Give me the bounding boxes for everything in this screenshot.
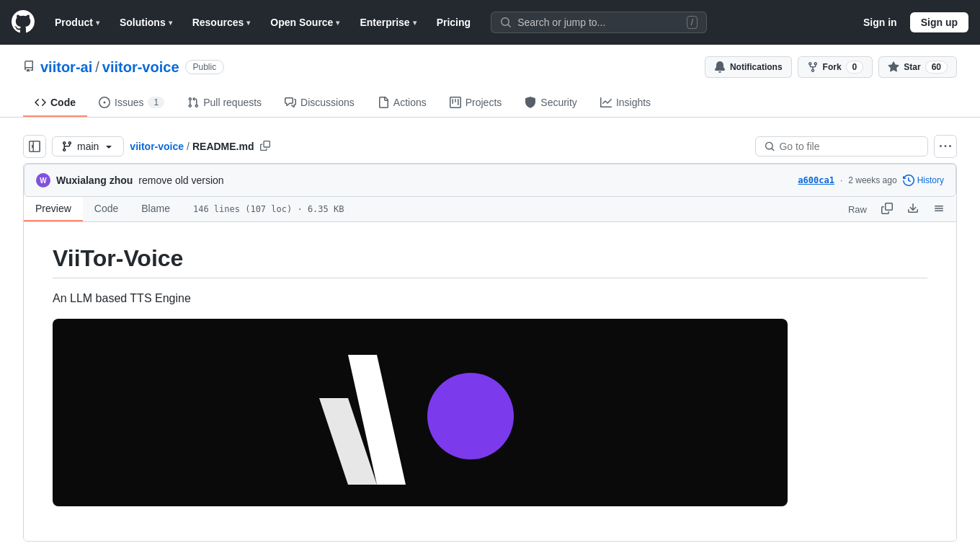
sign-up-button[interactable]: Sign up xyxy=(910,12,968,32)
nav-right-actions: Sign in Sign up xyxy=(856,12,968,32)
raw-button[interactable]: Raw xyxy=(842,201,873,218)
search-placeholder-text: Search or jump to... xyxy=(517,17,681,28)
tab-pr-label: Pull requests xyxy=(203,97,262,108)
branch-name: main xyxy=(77,141,99,152)
nav-product[interactable]: Product ▾ xyxy=(46,11,108,34)
commit-sha-link[interactable]: a600ca1 xyxy=(798,175,834,185)
search-icon xyxy=(500,17,512,28)
repo-action-buttons: Notifications Fork 0 Star 60 xyxy=(705,56,957,78)
sign-in-button[interactable]: Sign in xyxy=(856,13,904,32)
tab-issues[interactable]: Issues 1 xyxy=(87,89,176,117)
projects-icon xyxy=(450,97,461,108)
commit-info-right: a600ca1 · 2 weeks ago History xyxy=(798,175,944,186)
repo-owner-link[interactable]: viitor-ai xyxy=(40,59,92,76)
tab-insights[interactable]: Insights xyxy=(589,89,662,117)
nav-resources[interactable]: Resources ▾ xyxy=(184,11,259,34)
breadcrumb-repo-link[interactable]: viitor-voice xyxy=(130,141,184,152)
tab-code[interactable]: Code xyxy=(23,89,87,117)
commit-dot-separator: · xyxy=(840,175,842,185)
sidebar-toggle-button[interactable] xyxy=(23,135,46,158)
outline-button[interactable] xyxy=(927,200,950,219)
top-navigation: Product ▾ Solutions ▾ Resources ▾ Open S… xyxy=(0,0,980,45)
preview-tab-button[interactable]: Preview xyxy=(24,197,83,221)
github-logo[interactable] xyxy=(12,10,35,35)
file-search-box[interactable] xyxy=(755,136,928,157)
tab-code-label: Code xyxy=(50,97,76,108)
tab-discussions[interactable]: Discussions xyxy=(273,89,366,117)
file-nav-row: main viitor-voice / README.md xyxy=(23,135,957,158)
notifications-label: Notifications xyxy=(730,62,783,72)
tab-projects-label: Projects xyxy=(466,97,502,108)
fork-button[interactable]: Fork 0 xyxy=(798,56,873,78)
nav-enterprise[interactable]: Enterprise ▾ xyxy=(351,11,424,34)
nav-solutions[interactable]: Solutions ▾ xyxy=(111,11,181,34)
file-content-box: W Wuxialang zhou remove old version a600… xyxy=(23,163,957,542)
security-icon xyxy=(525,97,536,108)
nav-pricing[interactable]: Pricing xyxy=(428,11,479,34)
code-icon xyxy=(35,97,46,108)
repo-header: viitor-ai / viitor-voice Public Notifica… xyxy=(0,45,980,118)
commit-author-name[interactable]: Wuxialang zhou xyxy=(56,175,133,186)
issues-icon xyxy=(99,97,110,108)
tab-security-label: Security xyxy=(540,97,577,108)
file-search-input[interactable] xyxy=(779,141,919,152)
actions-icon xyxy=(378,97,389,108)
notifications-button[interactable]: Notifications xyxy=(705,56,792,78)
insights-icon xyxy=(600,97,612,108)
solutions-chevron-icon: ▾ xyxy=(169,19,172,27)
branch-chevron-icon xyxy=(103,141,115,152)
top-nav-links: Product ▾ Solutions ▾ Resources ▾ Open S… xyxy=(46,11,479,34)
tab-actions[interactable]: Actions xyxy=(366,89,438,117)
file-search-icon xyxy=(765,141,775,152)
commit-info-row: W Wuxialang zhou remove old version a600… xyxy=(24,164,956,197)
nav-open-source[interactable]: Open Source ▾ xyxy=(262,11,348,34)
file-toolbar: Preview Code Blame 146 lines (107 loc) ·… xyxy=(24,197,956,222)
branch-icon xyxy=(61,141,73,152)
enterprise-chevron-icon: ▾ xyxy=(413,19,416,27)
repo-visibility-badge: Public xyxy=(185,60,225,74)
bell-icon xyxy=(714,61,726,73)
download-button[interactable] xyxy=(901,200,925,219)
repo-path: viitor-ai / viitor-voice xyxy=(40,59,179,76)
pr-icon xyxy=(187,97,199,108)
discussions-icon xyxy=(285,97,296,108)
readme-logo-image xyxy=(53,319,788,506)
branch-selector[interactable]: main xyxy=(52,136,124,157)
search-area[interactable]: Search or jump to... / xyxy=(491,12,707,33)
star-icon xyxy=(888,61,899,73)
history-label: History xyxy=(917,175,944,185)
repo-tabs: Code Issues 1 Pull requests Discussions xyxy=(23,89,957,117)
star-count: 60 xyxy=(925,61,948,74)
repo-name-link[interactable]: viitor-voice xyxy=(102,59,179,76)
repo-title-row: viitor-ai / viitor-voice Public Notifica… xyxy=(23,56,957,89)
readme-content: ViiTor-Voice An LLM based TTS Engine // … xyxy=(24,222,956,541)
copy-path-button[interactable] xyxy=(257,139,273,154)
tab-projects[interactable]: Projects xyxy=(438,89,514,117)
download-icon xyxy=(907,203,919,214)
blame-tab-button[interactable]: Blame xyxy=(130,197,182,221)
code-tab-button[interactable]: Code xyxy=(83,197,130,221)
fork-count: 0 xyxy=(846,61,864,74)
open-source-chevron-icon: ▾ xyxy=(336,19,339,27)
commit-time-ago: 2 weeks ago xyxy=(848,175,896,185)
product-chevron-icon: ▾ xyxy=(96,19,99,27)
content-area: main viitor-voice / README.md xyxy=(0,118,980,551)
history-button[interactable]: History xyxy=(903,175,944,186)
star-label: Star xyxy=(904,62,920,72)
star-button[interactable]: Star 60 xyxy=(878,56,957,78)
file-toolbar-right: Raw xyxy=(842,200,956,219)
tab-pull-requests[interactable]: Pull requests xyxy=(176,89,273,117)
fork-icon xyxy=(807,61,819,73)
more-options-button[interactable] xyxy=(934,135,957,158)
commit-message-text: remove old version xyxy=(138,175,223,186)
repo-type-icon xyxy=(23,61,35,74)
tab-insights-label: Insights xyxy=(616,97,651,108)
copy-file-button[interactable] xyxy=(876,200,899,219)
resources-chevron-icon: ▾ xyxy=(246,19,250,27)
readme-subtitle: An LLM based TTS Engine xyxy=(53,290,927,307)
tab-actions-label: Actions xyxy=(393,97,427,108)
svg-point-2 xyxy=(427,373,514,459)
viitor-logo-svg xyxy=(233,340,607,485)
tab-security[interactable]: Security xyxy=(513,89,589,117)
tab-discussions-label: Discussions xyxy=(300,97,355,108)
